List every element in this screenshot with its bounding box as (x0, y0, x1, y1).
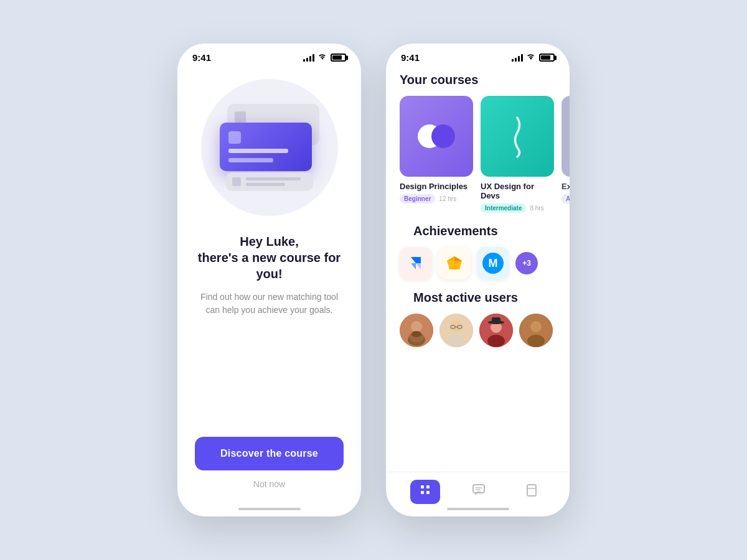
phone-2: 9:41 Your courses (386, 44, 570, 516)
home-indicator-2 (386, 508, 570, 516)
status-bar-1: 9:41 (177, 44, 361, 67)
course-hours-1: 8 hrs (530, 205, 543, 212)
svg-marker-1 (411, 263, 416, 269)
achievements-title: Achievements (400, 224, 556, 238)
svg-point-16 (451, 320, 462, 332)
nav-item-bookmarks[interactable] (517, 480, 546, 504)
home-indicator-1 (177, 508, 361, 516)
svg-point-23 (487, 335, 505, 347)
courses-section: Your courses Design Principles Beginner … (386, 73, 570, 224)
users-title: Most active users (400, 291, 556, 305)
heading-line2: there's a new course for you! (198, 251, 341, 281)
svg-rect-31 (421, 491, 424, 494)
achievements-section: Achievements (386, 224, 570, 279)
user-avatar-0[interactable] (400, 314, 433, 347)
svg-rect-30 (426, 485, 430, 488)
svg-point-28 (527, 335, 545, 347)
course-badge-0: Beginner (400, 194, 435, 203)
svg-rect-25 (492, 317, 500, 323)
achievement-framer[interactable] (400, 247, 432, 279)
nav-item-home[interactable] (410, 480, 440, 504)
discover-course-button[interactable]: Discover the course (195, 437, 344, 470)
course-meta-1: Intermediate 8 hrs (481, 203, 554, 213)
course-thumb-2 (561, 96, 570, 177)
courses-row[interactable]: Design Principles Beginner 12 hrs UX Des… (386, 96, 570, 213)
user-avatar-1[interactable] (439, 314, 473, 347)
achievement-more[interactable]: +3 (515, 252, 538, 274)
course-meta-2: Adva... (561, 194, 570, 203)
status-time-2: 9:41 (401, 52, 420, 63)
course-badge-2: Adva... (561, 194, 570, 203)
wifi-icon-2 (526, 53, 536, 62)
courses-title: Your courses (386, 73, 570, 87)
phone1-heading: Hey Luke, there's a new course for you! (195, 233, 344, 282)
phone-1: 9:41 (177, 44, 361, 516)
not-now-button[interactable]: Not now (253, 479, 285, 489)
svg-text:M: M (489, 257, 498, 269)
svg-point-14 (411, 331, 421, 337)
course-card-1[interactable]: UX Design for Devs Intermediate 8 hrs (481, 96, 554, 213)
svg-marker-0 (411, 257, 421, 263)
signal-icon-2 (512, 54, 523, 62)
achievements-row: M +3 (400, 247, 556, 279)
battery-icon-1 (331, 54, 346, 62)
user-avatar-3[interactable] (519, 314, 553, 347)
user-avatar-2[interactable] (479, 314, 513, 347)
status-icons-1 (303, 53, 346, 62)
users-section: Most active users (386, 291, 570, 347)
users-row (400, 314, 556, 347)
heading-line1: Hey Luke, (240, 235, 298, 248)
svg-rect-36 (527, 485, 536, 496)
svg-marker-2 (416, 263, 421, 269)
course-name-0: Design Principles (400, 182, 473, 191)
battery-icon-2 (539, 54, 555, 62)
svg-point-17 (448, 335, 465, 347)
phone2-content: Your courses Design Principles Beginner … (386, 67, 570, 508)
svg-rect-29 (421, 485, 424, 488)
svg-point-11 (411, 321, 422, 332)
nav-item-messages[interactable] (463, 480, 494, 504)
phone1-content: Hey Luke, there's a new course for you! … (177, 67, 361, 508)
wifi-icon-1 (317, 53, 327, 62)
course-name-2: Explo... (561, 182, 570, 191)
course-name-1: UX Design for Devs (481, 182, 554, 200)
course-thumb-0 (400, 96, 473, 177)
card-bottom (226, 172, 313, 191)
status-time-1: 9:41 (192, 52, 211, 63)
course-card-2[interactable]: Explo... Adva... (561, 96, 570, 213)
bookmark-icon (526, 483, 537, 500)
status-bar-2: 9:41 (386, 44, 570, 67)
course-badge-1: Intermediate (481, 203, 526, 213)
phone1-cta: Discover the course Not now (195, 437, 344, 489)
course-card-0[interactable]: Design Principles Beginner 12 hrs (400, 96, 473, 213)
bottom-nav (386, 472, 570, 508)
achievement-sketch[interactable] (438, 247, 471, 279)
course-meta-0: Beginner 12 hrs (400, 194, 473, 203)
achievement-miro[interactable]: M (477, 247, 509, 279)
illustration (201, 79, 338, 216)
course-hours-0: 12 hrs (439, 195, 456, 202)
home-icon (419, 483, 431, 499)
card-front (220, 123, 312, 171)
svg-point-27 (530, 321, 542, 332)
status-icons-2 (512, 53, 555, 62)
signal-icon-1 (303, 54, 314, 62)
course-thumb-1 (481, 96, 554, 177)
messages-icon (472, 483, 486, 499)
svg-rect-32 (426, 491, 430, 494)
phone1-subtext: Find out how our new matching tool can h… (195, 291, 344, 317)
